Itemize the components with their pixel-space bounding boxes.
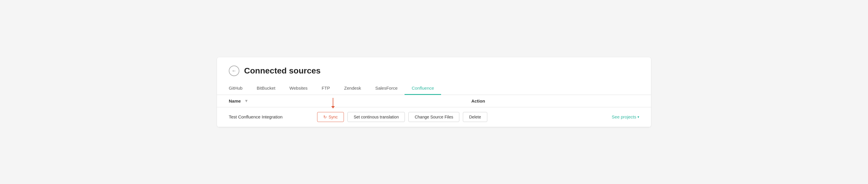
filter-icon[interactable]: ▼ bbox=[244, 99, 248, 103]
tab-confluence[interactable]: Confluence bbox=[405, 82, 441, 95]
delete-button[interactable]: Delete bbox=[463, 112, 487, 122]
tab-zendesk[interactable]: Zendesk bbox=[337, 82, 368, 95]
page-header: ← Connected sources bbox=[217, 57, 651, 82]
table-row: Test Confluence Integration ↻ Sync Set c… bbox=[217, 107, 651, 127]
arrow-line bbox=[333, 98, 333, 106]
main-card: ← Connected sources GitHub BitBucket Web… bbox=[217, 57, 651, 127]
arrow-head bbox=[331, 106, 335, 108]
see-projects-button[interactable]: See projects ▾ bbox=[612, 114, 639, 119]
tab-bitbucket[interactable]: BitBucket bbox=[250, 82, 282, 95]
sync-icon: ↻ bbox=[323, 115, 327, 119]
page-title: Connected sources bbox=[244, 66, 321, 76]
set-continuous-translation-button[interactable]: Set continous translation bbox=[347, 112, 405, 122]
row-name: Test Confluence Integration bbox=[229, 114, 317, 119]
tabs-container: GitHub BitBucket Websites FTP Zendesk Sa… bbox=[217, 82, 651, 95]
row-actions: ↻ Sync Set continous translation Change … bbox=[317, 112, 639, 122]
tab-ftp[interactable]: FTP bbox=[314, 82, 337, 95]
change-source-files-button[interactable]: Change Source Files bbox=[408, 112, 459, 122]
tab-github[interactable]: GitHub bbox=[229, 82, 250, 95]
table-header: Name ▼ Action bbox=[217, 95, 651, 107]
back-button[interactable]: ← bbox=[229, 66, 239, 76]
sync-button[interactable]: ↻ Sync bbox=[317, 112, 344, 122]
column-header-name: Name ▼ bbox=[229, 99, 317, 104]
column-header-action: Action bbox=[317, 99, 639, 104]
back-icon: ← bbox=[232, 68, 237, 73]
tab-salesforce[interactable]: SalesForce bbox=[368, 82, 405, 95]
sync-arrow bbox=[331, 98, 335, 108]
chevron-down-icon: ▾ bbox=[638, 115, 639, 119]
tab-websites[interactable]: Websites bbox=[282, 82, 314, 95]
